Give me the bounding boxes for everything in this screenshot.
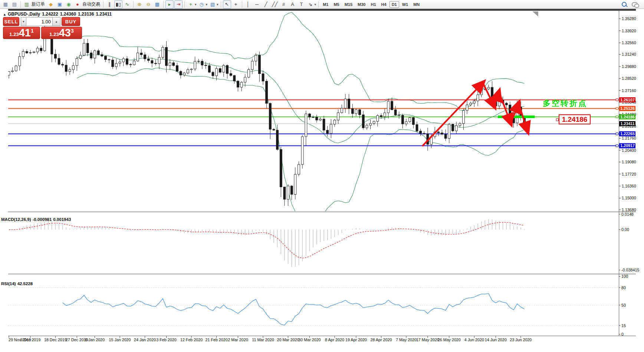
sell-price-base: 1.23 (9, 32, 19, 37)
annotation-red-price-label[interactable]: 1.24186 (559, 114, 591, 124)
candle-body (122, 59, 125, 62)
crosshair-icon[interactable]: + (232, 0, 240, 9)
indicators-dropdown-caret[interactable]: ▾ (195, 3, 197, 6)
candle-body (86, 43, 89, 53)
text-icon[interactable]: A (289, 0, 297, 9)
candle-body (108, 59, 110, 60)
symbol-title[interactable]: ▲GBPUSD-,Daily1.242221.243601.231361.234… (3, 12, 114, 17)
horizontal-line-icon[interactable]: ─ (253, 0, 261, 9)
price-line-handle[interactable] (616, 107, 618, 110)
indicators-icon[interactable]: + (187, 0, 195, 9)
candlestick-chart-icon[interactable]: ▮▯ (114, 0, 122, 9)
rsi-tick-label: 100 (621, 274, 628, 278)
auto-scroll-icon[interactable]: ▸ (165, 0, 174, 9)
new-chart-icon[interactable]: ▦ (1, 0, 10, 9)
bar-chart-icon[interactable]: ∥ (105, 0, 114, 9)
volume-decrease-button[interactable]: ▼ (21, 17, 26, 26)
tile-windows-icon[interactable]: ▦ (153, 0, 161, 9)
volume-input[interactable] (26, 17, 52, 26)
candle-body (19, 56, 21, 66)
timeframe-h4[interactable]: H4 (379, 1, 389, 8)
ohlc-open: 1.24222 (42, 12, 58, 17)
metaeditor-icon[interactable]: ◆ (47, 0, 55, 9)
templates-icon[interactable]: ▧ (208, 0, 217, 9)
trend-arrow-segment[interactable] (422, 83, 483, 146)
fibonacci-icon[interactable]: # (280, 0, 288, 9)
new-order-label[interactable]: 新订单 (32, 1, 45, 7)
timeframe-m15[interactable]: M15 (342, 1, 355, 8)
buy-price-display[interactable]: 1.23 43 3 (41, 27, 82, 39)
candle-body (97, 51, 99, 55)
arrows-dropdown-caret[interactable]: ▾ (315, 3, 316, 6)
candle-body (355, 110, 357, 114)
support-zone-bar[interactable] (498, 115, 535, 118)
macd-signal-line (9, 222, 525, 258)
candle-body (133, 61, 135, 65)
candle-body (194, 61, 196, 69)
vertical-line-icon[interactable]: │ (244, 0, 252, 9)
arrows-icon[interactable]: ⇘ (306, 0, 315, 9)
autotrading-icon[interactable]: ● (73, 0, 82, 9)
profiles-icon[interactable]: ▤ (10, 0, 19, 9)
candle-body (216, 69, 218, 76)
zoom-out-icon[interactable]: ⊖ (144, 0, 152, 9)
price-line-handle[interactable] (616, 133, 618, 135)
bollinger-lower (77, 68, 524, 218)
price-tick-label: 1.20400 (622, 148, 636, 153)
collapse-panel-icon[interactable]: ▲ (3, 13, 6, 16)
line-chart-icon[interactable]: ∿ (123, 0, 131, 9)
date-tick-label: 12 Feb 2020 (180, 338, 203, 342)
sell-button[interactable]: SELL (3, 17, 19, 26)
signals-icon[interactable]: ◉ (65, 0, 73, 9)
sell-price-display[interactable]: 1.23 41 1 (3, 27, 40, 39)
text-label-icon[interactable]: T (298, 0, 306, 9)
date-tick-label: 20 Mar 2020 (277, 338, 299, 342)
zoom-in-icon[interactable]: ⊕ (135, 0, 144, 9)
candle-body (90, 53, 92, 58)
timeframe-m5[interactable]: M5 (331, 1, 341, 8)
new-order-icon[interactable]: ▥ (23, 0, 31, 9)
volume-increase-button[interactable]: ▲ (52, 17, 60, 26)
chart-shift-marker[interactable] (532, 12, 538, 17)
periods-dropdown-caret[interactable]: ▾ (206, 3, 208, 6)
timeframe-d1[interactable]: D1 (390, 1, 399, 8)
candle-body (22, 51, 24, 56)
chat-icon[interactable] (631, 1, 639, 8)
candle-body (377, 115, 379, 121)
price-line-handle[interactable] (616, 99, 618, 101)
timeframe-m30[interactable]: M30 (355, 1, 368, 8)
price-tick-label: 1.33920 (622, 29, 636, 33)
search-icon[interactable] (621, 1, 628, 8)
timeframe-w1[interactable]: W1 (400, 1, 411, 8)
autotrading-label[interactable]: 自动交易 (82, 1, 100, 7)
main-toolbar: ▦▤▥新订单◆▣◉●自动交易∥▮▯∿⊕⊖▦▸⇥+▾◷▾▧▾↖+│─╱╱╱#AT⇘… (0, 0, 644, 9)
chart-canvas[interactable]: 1.352801.339201.325601.312401.298801.285… (0, 9, 644, 352)
trendline-icon[interactable]: ╱ (262, 0, 270, 9)
chart-shift-icon[interactable]: ⇥ (174, 0, 183, 9)
candle-body (158, 57, 160, 63)
candle-body (455, 126, 457, 131)
candle-body (480, 89, 483, 95)
templates-dropdown-caret[interactable]: ▾ (217, 3, 218, 6)
candle-body (505, 103, 507, 105)
cursor-icon[interactable]: ↖ (223, 0, 231, 9)
timeframe-m1[interactable]: M1 (321, 1, 331, 8)
candle-body (459, 124, 461, 126)
candle-body (219, 69, 221, 72)
candle-body (180, 71, 182, 75)
equidistant-channel-icon[interactable]: ╱╱ (271, 0, 279, 9)
annotation-green-text[interactable]: 多空转折点 (543, 98, 587, 108)
price-badge-label: 1.23411 (621, 121, 635, 126)
price-line-handle[interactable] (616, 145, 618, 147)
timeframe-mn[interactable]: MN (411, 1, 422, 8)
date-tick-label: 23 Jun 2020 (510, 338, 532, 342)
periods-icon[interactable]: ◷ (198, 0, 206, 9)
rsi-tick-label: 0 (621, 332, 624, 336)
candle-body (240, 82, 243, 87)
market-icon[interactable]: ▣ (56, 0, 64, 9)
price-line-handle[interactable] (616, 116, 618, 118)
candle-body (323, 119, 325, 130)
buy-button[interactable]: BUY (62, 17, 80, 26)
price-badge-label: 1.22265 (620, 131, 635, 136)
timeframe-h1[interactable]: H1 (369, 1, 378, 8)
